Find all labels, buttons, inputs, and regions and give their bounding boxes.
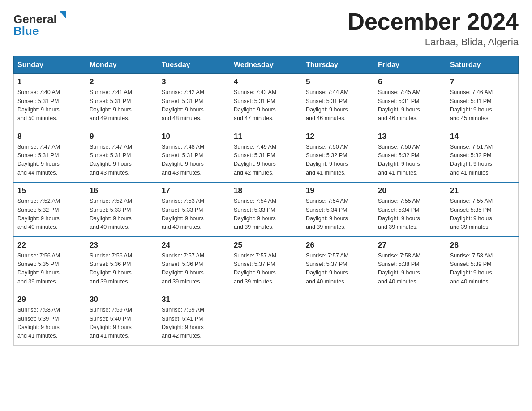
day-number: 21 [450,186,515,195]
calendar-table: Sunday Monday Tuesday Wednesday Thursday… [13,56,519,346]
day-number: 10 [162,132,226,141]
day-info: Sunrise: 7:50 AMSunset: 5:32 PMDaylight:… [306,143,370,178]
month-title: December 2024 [348,9,519,34]
calendar-header-row: Sunday Monday Tuesday Wednesday Thursday… [14,56,519,74]
table-row: 26 Sunrise: 7:57 AMSunset: 5:37 PMDaylig… [302,237,374,291]
table-row: 18 Sunrise: 7:54 AMSunset: 5:33 PMDaylig… [230,182,302,237]
table-row: 11 Sunrise: 7:49 AMSunset: 5:31 PMDaylig… [230,128,302,183]
table-row: 22 Sunrise: 7:56 AMSunset: 5:35 PMDaylig… [14,237,86,291]
table-row [374,291,446,345]
table-row: 31 Sunrise: 7:59 AMSunset: 5:41 PMDaylig… [158,291,230,345]
day-number: 16 [90,186,154,195]
table-row: 3 Sunrise: 7:42 AMSunset: 5:31 PMDayligh… [158,74,230,128]
table-row: 23 Sunrise: 7:56 AMSunset: 5:36 PMDaylig… [86,237,158,291]
col-header-tuesday: Tuesday [158,56,230,74]
day-number: 26 [306,241,370,250]
calendar-week-row: 8 Sunrise: 7:47 AMSunset: 5:31 PMDayligh… [14,128,519,183]
col-header-wednesday: Wednesday [230,56,302,74]
day-number: 13 [378,132,442,141]
day-info: Sunrise: 7:46 AMSunset: 5:31 PMDaylight:… [450,88,515,123]
table-row: 7 Sunrise: 7:46 AMSunset: 5:31 PMDayligh… [446,74,519,128]
col-header-friday: Friday [374,56,446,74]
day-number: 2 [90,77,154,86]
day-number: 15 [17,186,82,195]
table-row: 2 Sunrise: 7:41 AMSunset: 5:31 PMDayligh… [86,74,158,128]
col-header-thursday: Thursday [302,56,374,74]
table-row: 5 Sunrise: 7:44 AMSunset: 5:31 PMDayligh… [302,74,374,128]
page-header: General Blue December 2024 Larbaa, Blida… [13,9,519,48]
day-number: 17 [162,186,226,195]
table-row: 29 Sunrise: 7:58 AMSunset: 5:39 PMDaylig… [14,291,86,345]
table-row [230,291,302,345]
col-header-monday: Monday [86,56,158,74]
calendar-week-row: 15 Sunrise: 7:52 AMSunset: 5:32 PMDaylig… [14,182,519,237]
day-number: 12 [306,132,370,141]
table-row: 6 Sunrise: 7:45 AMSunset: 5:31 PMDayligh… [374,74,446,128]
day-number: 4 [234,77,298,86]
table-row: 12 Sunrise: 7:50 AMSunset: 5:32 PMDaylig… [302,128,374,183]
day-info: Sunrise: 7:41 AMSunset: 5:31 PMDaylight:… [90,88,154,123]
title-block: December 2024 Larbaa, Blida, Algeria [348,9,519,48]
day-number: 11 [234,132,298,141]
day-info: Sunrise: 7:58 AMSunset: 5:39 PMDaylight:… [17,306,82,341]
day-number: 29 [17,295,82,304]
table-row: 30 Sunrise: 7:59 AMSunset: 5:40 PMDaylig… [86,291,158,345]
location: Larbaa, Blida, Algeria [348,36,519,48]
table-row: 14 Sunrise: 7:51 AMSunset: 5:32 PMDaylig… [446,128,519,183]
table-row: 21 Sunrise: 7:55 AMSunset: 5:35 PMDaylig… [446,182,519,237]
day-number: 1 [17,77,82,86]
table-row: 9 Sunrise: 7:47 AMSunset: 5:31 PMDayligh… [86,128,158,183]
day-number: 14 [450,132,515,141]
day-info: Sunrise: 7:59 AMSunset: 5:41 PMDaylight:… [162,306,226,341]
logo: General Blue [13,9,67,38]
day-info: Sunrise: 7:58 AMSunset: 5:38 PMDaylight:… [378,252,442,287]
day-info: Sunrise: 7:51 AMSunset: 5:32 PMDaylight:… [450,143,515,178]
day-number: 24 [162,241,226,250]
day-info: Sunrise: 7:53 AMSunset: 5:33 PMDaylight:… [162,197,226,232]
day-info: Sunrise: 7:45 AMSunset: 5:31 PMDaylight:… [378,88,442,123]
day-info: Sunrise: 7:48 AMSunset: 5:31 PMDaylight:… [162,143,226,178]
table-row: 10 Sunrise: 7:48 AMSunset: 5:31 PMDaylig… [158,128,230,183]
day-info: Sunrise: 7:58 AMSunset: 5:39 PMDaylight:… [450,252,515,287]
day-info: Sunrise: 7:42 AMSunset: 5:31 PMDaylight:… [162,88,226,123]
table-row: 24 Sunrise: 7:57 AMSunset: 5:36 PMDaylig… [158,237,230,291]
table-row [446,291,519,345]
day-info: Sunrise: 7:55 AMSunset: 5:34 PMDaylight:… [378,197,442,232]
day-info: Sunrise: 7:52 AMSunset: 5:32 PMDaylight:… [17,197,82,232]
table-row: 28 Sunrise: 7:58 AMSunset: 5:39 PMDaylig… [446,237,519,291]
day-info: Sunrise: 7:54 AMSunset: 5:34 PMDaylight:… [306,197,370,232]
svg-text:Blue: Blue [13,24,39,38]
col-header-saturday: Saturday [446,56,519,74]
table-row: 8 Sunrise: 7:47 AMSunset: 5:31 PMDayligh… [14,128,86,183]
svg-marker-1 [60,11,66,19]
day-info: Sunrise: 7:55 AMSunset: 5:35 PMDaylight:… [450,197,515,232]
calendar-week-row: 1 Sunrise: 7:40 AMSunset: 5:31 PMDayligh… [14,74,519,128]
day-number: 8 [17,132,82,141]
table-row: 27 Sunrise: 7:58 AMSunset: 5:38 PMDaylig… [374,237,446,291]
day-info: Sunrise: 7:47 AMSunset: 5:31 PMDaylight:… [90,143,154,178]
day-number: 7 [450,77,515,86]
day-number: 28 [450,241,515,250]
day-info: Sunrise: 7:50 AMSunset: 5:32 PMDaylight:… [378,143,442,178]
table-row: 19 Sunrise: 7:54 AMSunset: 5:34 PMDaylig… [302,182,374,237]
table-row [302,291,374,345]
table-row: 1 Sunrise: 7:40 AMSunset: 5:31 PMDayligh… [14,74,86,128]
day-number: 22 [17,241,82,250]
day-info: Sunrise: 7:40 AMSunset: 5:31 PMDaylight:… [17,88,82,123]
day-info: Sunrise: 7:57 AMSunset: 5:36 PMDaylight:… [162,252,226,287]
day-number: 31 [162,295,226,304]
day-info: Sunrise: 7:44 AMSunset: 5:31 PMDaylight:… [306,88,370,123]
table-row: 15 Sunrise: 7:52 AMSunset: 5:32 PMDaylig… [14,182,86,237]
day-number: 19 [306,186,370,195]
logo-svg: General Blue [13,9,67,38]
day-number: 18 [234,186,298,195]
day-info: Sunrise: 7:52 AMSunset: 5:33 PMDaylight:… [90,197,154,232]
table-row: 13 Sunrise: 7:50 AMSunset: 5:32 PMDaylig… [374,128,446,183]
day-number: 3 [162,77,226,86]
day-info: Sunrise: 7:54 AMSunset: 5:33 PMDaylight:… [234,197,298,232]
calendar-week-row: 29 Sunrise: 7:58 AMSunset: 5:39 PMDaylig… [14,291,519,345]
day-number: 5 [306,77,370,86]
day-info: Sunrise: 7:57 AMSunset: 5:37 PMDaylight:… [306,252,370,287]
day-info: Sunrise: 7:56 AMSunset: 5:35 PMDaylight:… [17,252,82,287]
day-number: 27 [378,241,442,250]
